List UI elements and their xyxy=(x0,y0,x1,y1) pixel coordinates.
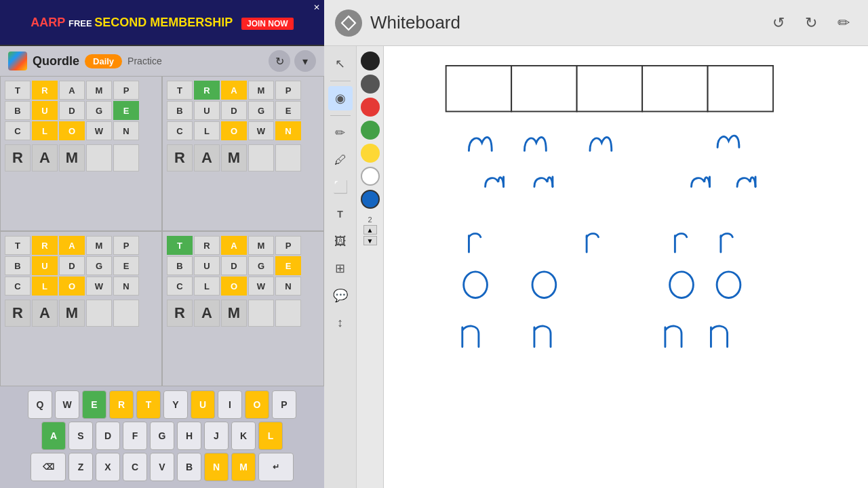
cell: N xyxy=(275,121,301,140)
big-cell: M xyxy=(221,144,247,171)
ad-close-button[interactable]: ✕ xyxy=(313,3,320,12)
cell: L xyxy=(32,277,58,296)
key-t[interactable]: T xyxy=(136,390,161,419)
right-panel: Whiteboard ↺ ↻ ✏ ↖ ◉ ✏ 🖊 ⬜ T 🖼 ⊞ 💬 ↕ xyxy=(324,0,868,488)
color-swatch-blue[interactable] xyxy=(361,190,380,209)
letter-grid-1: T R A M P B U D G E C L O W xyxy=(5,81,157,171)
eraser-tool-button[interactable]: ⬜ xyxy=(328,175,353,199)
big-cell: M xyxy=(59,300,85,327)
cell: P xyxy=(275,236,301,255)
color-swatch-red[interactable] xyxy=(361,98,380,117)
move-tool-button[interactable]: ↕ xyxy=(328,310,353,335)
color-swatch-darkgray[interactable] xyxy=(361,75,380,94)
key-z[interactable]: Z xyxy=(68,453,93,481)
cell: D xyxy=(59,256,85,275)
cell: C xyxy=(5,121,31,140)
key-d[interactable]: D xyxy=(96,422,120,450)
key-w[interactable]: W xyxy=(55,390,79,419)
cell: D xyxy=(221,256,247,275)
key-backspace[interactable]: ⌫ xyxy=(31,453,66,481)
cell: L xyxy=(194,121,220,140)
cell: U xyxy=(194,101,220,120)
key-g[interactable]: G xyxy=(150,422,174,450)
text-tool-button[interactable]: T xyxy=(328,202,353,226)
ad-cta[interactable]: JOIN NOW xyxy=(241,18,294,30)
highlighter-tool-button[interactable]: 🖊 xyxy=(328,148,353,172)
cell: A xyxy=(59,236,85,255)
big-cell: A xyxy=(32,300,58,327)
cell: T xyxy=(5,81,31,100)
key-r[interactable]: R xyxy=(109,390,134,419)
cell: C xyxy=(167,277,193,296)
key-k[interactable]: K xyxy=(231,422,256,450)
practice-button[interactable]: Practice xyxy=(127,56,162,66)
color-palette: 2 ▲ ▼ xyxy=(357,46,384,488)
redo-button[interactable]: ↻ xyxy=(797,9,825,37)
key-u[interactable]: U xyxy=(191,390,215,419)
key-h[interactable]: H xyxy=(177,422,201,450)
key-enter[interactable]: ↵ xyxy=(258,453,294,481)
big-letters-row: R A M xyxy=(5,144,157,171)
big-cell: A xyxy=(194,300,220,327)
key-j[interactable]: J xyxy=(204,422,229,450)
table-tool-button[interactable]: ⊞ xyxy=(328,256,353,281)
key-p[interactable]: P xyxy=(272,390,296,419)
big-cell: R xyxy=(167,300,193,327)
big-cell: A xyxy=(194,144,220,171)
comment-tool-button[interactable]: 💬 xyxy=(328,283,353,308)
table-row: C L O W N xyxy=(167,277,319,296)
size-increase-button[interactable]: ▲ xyxy=(363,225,377,235)
key-e[interactable]: E xyxy=(82,390,106,419)
table-row: C L O W N xyxy=(5,277,157,296)
ad-banner: AARP FREE SECOND MEMBERSHIP JOIN NOW ✕ xyxy=(0,0,324,46)
daily-button[interactable]: Daily xyxy=(85,54,122,68)
cell: M xyxy=(248,81,274,100)
key-c[interactable]: C xyxy=(123,453,147,481)
key-l[interactable]: L xyxy=(258,422,283,450)
whiteboard-header-actions: ↺ ↻ ✏ xyxy=(765,9,857,37)
key-y[interactable]: Y xyxy=(163,390,188,419)
key-s[interactable]: S xyxy=(68,422,93,450)
big-cell: A xyxy=(32,144,58,171)
color-swatch-yellow[interactable] xyxy=(361,144,380,163)
key-f[interactable]: F xyxy=(123,422,147,450)
key-b[interactable]: B xyxy=(177,453,201,481)
cell: D xyxy=(59,101,85,120)
key-v[interactable]: V xyxy=(150,453,174,481)
whiteboard-canvas[interactable] xyxy=(384,46,868,488)
cell: R xyxy=(32,236,58,255)
big-cell: R xyxy=(5,144,31,171)
refresh-icon-button[interactable]: ↻ xyxy=(269,50,290,72)
color-swatch-black[interactable] xyxy=(361,52,380,70)
undo-button[interactable]: ↺ xyxy=(765,9,792,37)
image-tool-button[interactable]: 🖼 xyxy=(328,229,353,253)
key-m[interactable]: M xyxy=(231,453,256,481)
pen-tool-button[interactable]: ✏ xyxy=(830,9,857,37)
select-tool-button[interactable]: ↖ xyxy=(328,52,353,76)
color-swatch-green[interactable] xyxy=(361,121,380,140)
big-cell-empty xyxy=(275,144,301,171)
key-o[interactable]: O xyxy=(245,390,269,419)
keyboard-area: Q W E R T Y U I O P A S D F G H J K L ⌫ … xyxy=(0,386,324,488)
cell: R xyxy=(194,236,220,255)
pen-tool-button[interactable]: ✏ xyxy=(328,121,353,145)
cell: W xyxy=(248,277,274,296)
key-q[interactable]: Q xyxy=(28,390,52,419)
key-x[interactable]: X xyxy=(96,453,120,481)
key-i[interactable]: I xyxy=(218,390,242,419)
table-row: B U D G E xyxy=(5,101,157,120)
key-n[interactable]: N xyxy=(204,453,229,481)
chevron-down-button[interactable]: ▾ xyxy=(294,50,316,72)
canvas-svg xyxy=(384,46,868,488)
grids-area: T R A M P B U D G E C L O W xyxy=(0,76,324,386)
grid-3: T R A M P B U D G E C L O W xyxy=(0,231,162,386)
color-swatch-white[interactable] xyxy=(361,167,380,186)
cell: M xyxy=(86,81,112,100)
key-a[interactable]: A xyxy=(41,422,66,450)
cell: B xyxy=(5,101,31,120)
big-letters-row: R A M xyxy=(5,300,157,327)
grid-2: T R A M P B U D G E C L O W xyxy=(162,76,324,231)
size-decrease-button[interactable]: ▼ xyxy=(363,236,377,245)
stamp-tool-button[interactable]: ◉ xyxy=(328,86,353,110)
cell: W xyxy=(86,277,112,296)
